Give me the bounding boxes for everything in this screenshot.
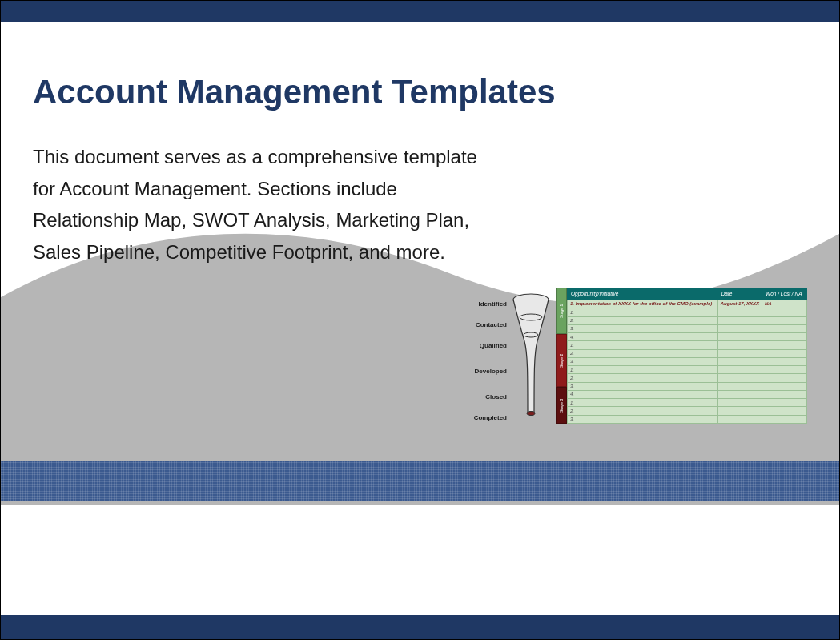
table-row: 2. bbox=[568, 407, 807, 415]
top-bar bbox=[1, 1, 839, 22]
funnel-stage-label: Identified bbox=[467, 293, 508, 314]
funnel-stage-label: Completed bbox=[467, 407, 508, 428]
funnel-stage-label: Qualified bbox=[467, 335, 508, 356]
table-row: 4. bbox=[568, 390, 807, 398]
example-opportunity-label: 1. Implementation of XXXX for the office… bbox=[568, 300, 718, 308]
body-text: This document serves as a comprehensive … bbox=[33, 141, 481, 268]
slide: Account Management Templates This docume… bbox=[0, 0, 840, 640]
table-header: Won / Lost / NA bbox=[762, 288, 807, 300]
svg-point-3 bbox=[527, 412, 535, 416]
example-opportunity-status: NA bbox=[762, 300, 807, 308]
table-row: 3. bbox=[568, 324, 807, 332]
table-row: 2. bbox=[568, 316, 807, 324]
funnel-stage-label: Closed bbox=[467, 386, 508, 407]
table-row: 3. bbox=[568, 415, 807, 423]
page-title: Account Management Templates bbox=[33, 73, 556, 111]
mid-band bbox=[1, 461, 839, 501]
table-row: 3. bbox=[568, 382, 807, 390]
table-row: 4. bbox=[568, 333, 807, 341]
table-row: 2. bbox=[568, 349, 807, 357]
table-row: 1. bbox=[568, 399, 807, 407]
funnel-graphic: Identified Contacted Qualified Developed… bbox=[467, 293, 550, 429]
opportunity-data-table: Opportunity/Initiative Date Won / Lost /… bbox=[567, 288, 807, 424]
table-row: 2. bbox=[568, 374, 807, 382]
opportunity-table: Stage 1 Stage 2 Stage 3 Opportunity/Init… bbox=[556, 288, 807, 424]
table-row: 3. bbox=[568, 357, 807, 365]
table-row: 1. bbox=[568, 341, 807, 349]
table-row: 1. bbox=[568, 366, 807, 374]
funnel-stage-label: Contacted bbox=[467, 314, 508, 335]
table-header: Opportunity/Initiative bbox=[568, 288, 718, 300]
funnel-icon bbox=[512, 293, 550, 429]
stage-tab: Stage 2 bbox=[556, 334, 567, 387]
stage-tab: Stage 3 bbox=[556, 387, 567, 424]
table-row: 1. bbox=[568, 308, 807, 316]
funnel-stage-labels: Identified Contacted Qualified Developed… bbox=[467, 293, 508, 428]
example-opportunity-date: August 17, XXXX bbox=[717, 300, 762, 308]
stage-tab: Stage 1 bbox=[556, 288, 567, 334]
table-stage-tabs: Stage 1 Stage 2 Stage 3 bbox=[556, 288, 567, 424]
funnel-stage-label: Developed bbox=[467, 356, 508, 386]
bottom-bar bbox=[1, 615, 839, 639]
table-header: Date bbox=[717, 288, 762, 300]
